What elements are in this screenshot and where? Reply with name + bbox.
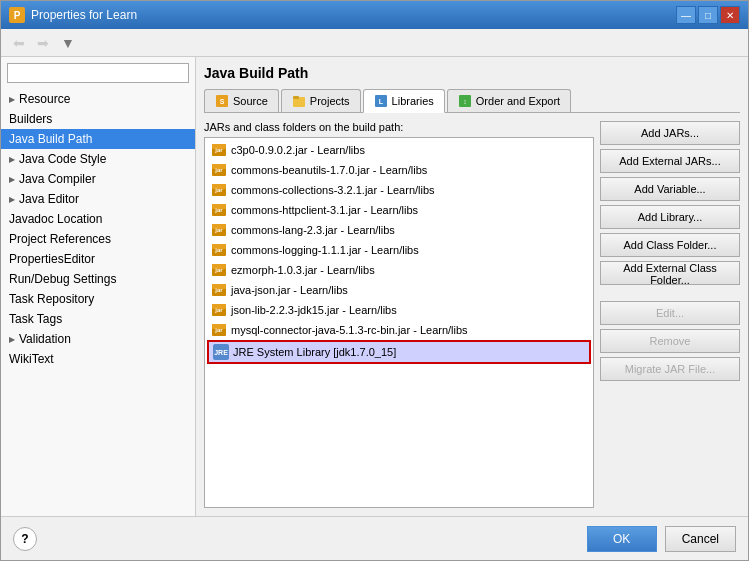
tab-source[interactable]: SSource xyxy=(204,89,279,112)
tab-order-and-export[interactable]: ↕Order and Export xyxy=(447,89,571,112)
sidebar-item-rundebug-settings[interactable]: Run/Debug Settings xyxy=(1,269,195,289)
title-bar: P Properties for Learn — □ ✕ xyxy=(1,1,748,29)
svg-text:jar: jar xyxy=(214,247,223,253)
ok-button[interactable]: OK xyxy=(587,526,657,552)
tab-label: Source xyxy=(233,95,268,107)
dropdown-button[interactable]: ▼ xyxy=(57,33,79,53)
jre-icon: JRE xyxy=(213,344,229,360)
footer: ? OK Cancel xyxy=(1,516,748,560)
action-button-edit---: Edit... xyxy=(600,301,740,325)
list-item[interactable]: JREJRE System Library [jdk1.7.0_15] xyxy=(207,340,591,364)
right-panel: Java Build Path SSourceProjectsLLibrarie… xyxy=(196,57,748,516)
list-item-label: json-lib-2.2.3-jdk15.jar - Learn/libs xyxy=(231,304,397,316)
action-button-add-external-jars---[interactable]: Add External JARs... xyxy=(600,149,740,173)
back-button[interactable]: ⬅ xyxy=(9,33,29,53)
title-bar-left: P Properties for Learn xyxy=(9,7,137,23)
list-item-label: JRE System Library [jdk1.7.0_15] xyxy=(233,346,396,358)
minimize-button[interactable]: — xyxy=(676,6,696,24)
tab-libraries[interactable]: LLibraries xyxy=(363,89,445,113)
panel-title: Java Build Path xyxy=(204,65,740,81)
list-item-label: c3p0-0.9.0.2.jar - Learn/libs xyxy=(231,144,365,156)
properties-window: P Properties for Learn — □ ✕ ⬅ ➡ ▼ Resou… xyxy=(0,0,749,561)
tab-icon-libraries: L xyxy=(374,94,388,108)
svg-text:jar: jar xyxy=(214,207,223,213)
content-area: JARs and class folders on the build path… xyxy=(204,121,740,508)
list-item[interactable]: jarcommons-collections-3.2.1.jar - Learn… xyxy=(207,180,591,200)
action-button-add-external-class-folder---[interactable]: Add External Class Folder... xyxy=(600,261,740,285)
svg-text:jar: jar xyxy=(214,327,223,333)
list-item[interactable]: jarcommons-beanutils-1.7.0.jar - Learn/l… xyxy=(207,160,591,180)
close-button[interactable]: ✕ xyxy=(720,6,740,24)
action-button-remove: Remove xyxy=(600,329,740,353)
sidebar-item-validation[interactable]: Validation xyxy=(1,329,195,349)
list-item[interactable]: jarcommons-httpclient-3.1.jar - Learn/li… xyxy=(207,200,591,220)
sidebar-item-java-editor[interactable]: Java Editor xyxy=(1,189,195,209)
sidebar-item-propertieseditor[interactable]: PropertiesEditor xyxy=(1,249,195,269)
jar-icon: jar xyxy=(211,142,227,158)
list-item[interactable]: jarezmorph-1.0.3.jar - Learn/libs xyxy=(207,260,591,280)
forward-button[interactable]: ➡ xyxy=(33,33,53,53)
jar-list[interactable]: jarc3p0-0.9.0.2.jar - Learn/libsjarcommo… xyxy=(204,137,594,508)
action-button-add-library---[interactable]: Add Library... xyxy=(600,205,740,229)
title-buttons: — □ ✕ xyxy=(676,6,740,24)
jar-icon: jar xyxy=(211,222,227,238)
sidebar-item-java-code-style[interactable]: Java Code Style xyxy=(1,149,195,169)
jar-icon: jar xyxy=(211,182,227,198)
jar-icon: jar xyxy=(211,262,227,278)
svg-text:L: L xyxy=(378,98,383,105)
sidebar-item-java-build-path[interactable]: Java Build Path xyxy=(1,129,195,149)
svg-text:JRE: JRE xyxy=(214,349,228,356)
list-item-label: ezmorph-1.0.3.jar - Learn/libs xyxy=(231,264,375,276)
buttons-section: Add JARs...Add External JARs...Add Varia… xyxy=(600,121,740,508)
action-button-add-class-folder---[interactable]: Add Class Folder... xyxy=(600,233,740,257)
list-item-label: commons-logging-1.1.1.jar - Learn/libs xyxy=(231,244,419,256)
toolbar: ⬅ ➡ ▼ xyxy=(1,29,748,57)
svg-text:jar: jar xyxy=(214,307,223,313)
list-item-label: commons-beanutils-1.7.0.jar - Learn/libs xyxy=(231,164,427,176)
sidebar-item-project-references[interactable]: Project References xyxy=(1,229,195,249)
list-item-label: commons-httpclient-3.1.jar - Learn/libs xyxy=(231,204,418,216)
sidebar-item-javadoc-location[interactable]: Javadoc Location xyxy=(1,209,195,229)
sidebar-item-java-compiler[interactable]: Java Compiler xyxy=(1,169,195,189)
jar-icon: jar xyxy=(211,322,227,338)
svg-text:jar: jar xyxy=(214,147,223,153)
cancel-button[interactable]: Cancel xyxy=(665,526,736,552)
tab-label: Order and Export xyxy=(476,95,560,107)
list-item[interactable]: jarcommons-lang-2.3.jar - Learn/libs xyxy=(207,220,591,240)
tab-icon-order-and-export: ↕ xyxy=(458,94,472,108)
list-item[interactable]: jarmysql-connector-java-5.1.3-rc-bin.jar… xyxy=(207,320,591,340)
window-icon: P xyxy=(9,7,25,23)
sidebar-items: ResourceBuildersJava Build PathJava Code… xyxy=(1,89,195,516)
jar-icon: jar xyxy=(211,202,227,218)
list-item-label: commons-lang-2.3.jar - Learn/libs xyxy=(231,224,395,236)
list-item[interactable]: jarjava-json.jar - Learn/libs xyxy=(207,280,591,300)
sidebar-item-resource[interactable]: Resource xyxy=(1,89,195,109)
tab-label: Libraries xyxy=(392,95,434,107)
list-section: JARs and class folders on the build path… xyxy=(204,121,594,508)
tab-projects[interactable]: Projects xyxy=(281,89,361,112)
action-button-add-jars---[interactable]: Add JARs... xyxy=(600,121,740,145)
maximize-button[interactable]: □ xyxy=(698,6,718,24)
svg-text:jar: jar xyxy=(214,187,223,193)
action-button-migrate-jar-file---: Migrate JAR File... xyxy=(600,357,740,381)
svg-text:↕: ↕ xyxy=(463,98,467,105)
jar-icon: jar xyxy=(211,282,227,298)
sidebar-item-builders[interactable]: Builders xyxy=(1,109,195,129)
sidebar-item-task-tags[interactable]: Task Tags xyxy=(1,309,195,329)
svg-text:jar: jar xyxy=(214,227,223,233)
list-item[interactable]: jarcommons-logging-1.1.1.jar - Learn/lib… xyxy=(207,240,591,260)
list-item-label: commons-collections-3.2.1.jar - Learn/li… xyxy=(231,184,435,196)
list-item[interactable]: jarjson-lib-2.2.3-jdk15.jar - Learn/libs xyxy=(207,300,591,320)
help-button[interactable]: ? xyxy=(13,527,37,551)
sidebar-item-wikitext[interactable]: WikiText xyxy=(1,349,195,369)
window-title: Properties for Learn xyxy=(31,8,137,22)
sidebar-search-input[interactable] xyxy=(7,63,189,83)
sidebar-item-task-repository[interactable]: Task Repository xyxy=(1,289,195,309)
svg-text:S: S xyxy=(220,98,225,105)
jar-icon: jar xyxy=(211,302,227,318)
list-item[interactable]: jarc3p0-0.9.0.2.jar - Learn/libs xyxy=(207,140,591,160)
jar-icon: jar xyxy=(211,162,227,178)
action-button-add-variable---[interactable]: Add Variable... xyxy=(600,177,740,201)
list-label: JARs and class folders on the build path… xyxy=(204,121,594,133)
main-content: ResourceBuildersJava Build PathJava Code… xyxy=(1,57,748,516)
